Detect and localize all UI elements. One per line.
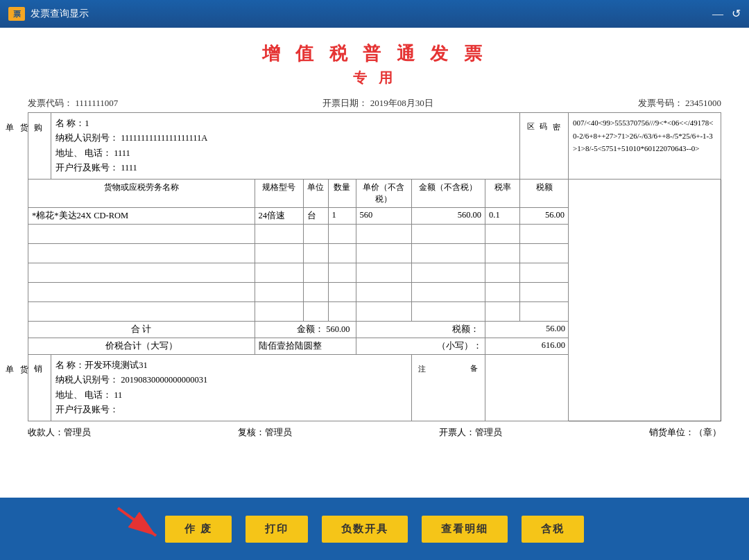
invoice-code: 发票代码： 1111111007 [28,97,118,110]
goods-row-empty-1 [28,225,721,244]
seller-info: 名 称：开发环境测试31 纳税人识别号： 2019083000000000003… [51,355,412,421]
goods-row-empty-4 [28,283,721,302]
negative-button[interactable]: 负数开具 [322,516,408,543]
arrow-hint [111,505,166,549]
goods-unit-1: 台 [303,208,328,225]
seller-bank: 开户行及账号： [55,403,407,417]
col-qty: 数量 [328,180,356,208]
price-tax-small-label: （小写）： [356,338,485,355]
col-spec: 规格型号 [255,180,303,208]
notes-label: 备注 [411,355,485,421]
col-goods-name: 货物或应税劳务名称 [28,180,255,208]
footer-seller: 销货单位：（章） [649,427,721,439]
goods-price-1: 560 [356,208,411,225]
buyer-taxid: 纳税人识别号： 11111111111111111111A [55,131,515,146]
title-bar-left: 票 发票查询显示 [8,7,89,21]
buyer-bank: 开户行及账号： 1111 [55,161,515,175]
footer-payee: 收款人：管理员 [28,427,91,439]
notes-content [485,355,569,421]
goods-amount-1: 560.00 [411,208,485,225]
arrow-icon [111,505,166,546]
summary-amount-label: 金额： [297,324,324,334]
buyer-address: 地址、 电话： 1111 [55,146,515,161]
invoice-icon: 票 [8,7,25,21]
price-tax-label: 价税合计（大写） [28,338,255,355]
invoice-title-main: 增 值 税 普 通 发 票 [28,42,721,66]
goods-row-1: *棉花*美达24X CD-ROM 24倍速 台 1 560 560.00 0.1… [28,208,721,225]
invoice-meta: 发票代码： 1111111007 开票日期： 2019年08月30日 发票号码：… [28,97,721,110]
print-button[interactable]: 打印 [246,516,308,543]
seller-row: 销货单位 名 称：开发环境测试31 纳税人识别号： 20190830000000… [28,355,721,421]
secret-code: 007/<40<99>555370756///9<*<06<</49178<0-… [569,113,721,180]
invoice-number: 发票号码： 23451000 [638,97,721,110]
goods-name-1: *棉花*美达24X CD-ROM [28,208,255,225]
void-button[interactable]: 作 废 [165,516,232,543]
invoice-title-sub: 专 用 [28,69,721,87]
col-price: 单价（不含税） [356,180,411,208]
tax-button[interactable]: 含税 [522,516,584,543]
buyer-name: 名 称：1 [55,116,515,131]
summary-tax-label: 税额： [452,324,479,334]
title-bar-controls: — ↺ [712,8,741,19]
goods-row-empty-5 [28,302,721,322]
summary-tax: 56.00 [546,324,565,333]
col-tax: 税额 [520,180,569,208]
col-amount: 金额（不含税） [411,180,485,208]
summary-amount: 560.00 [326,324,350,334]
title-bar-title: 发票查询显示 [31,8,89,20]
detail-button[interactable]: 查看明细 [422,516,508,543]
goods-qty-1: 1 [328,208,356,225]
invoice-date: 开票日期： 2019年08月30日 [322,97,433,110]
secret-label: 密码区 [520,113,569,180]
buyer-side-label: 购货单位 [28,113,51,180]
main-content: 增 值 税 普 通 发 票 专 用 发票代码： 1111111007 开票日期：… [0,28,749,560]
seller-name: 名 称：开发环境测试31 [55,358,407,373]
footer-reviewer: 复核：管理员 [238,427,292,439]
minimize-button[interactable]: — [712,8,723,19]
buyer-info: 名 称：1 纳税人识别号： 11111111111111111111A 地址、 … [51,113,520,180]
seller-side-label: 销货单位 [28,355,51,421]
column-headers-row: 货物或应税劳务名称 规格型号 单位 数量 单价（不含税） 金额（不含税） 税率 … [28,180,721,208]
bottom-bar: 作 废 打印 负数开具 查看明细 含税 [0,498,749,560]
summary-label: 合 计 [28,322,255,338]
invoice-table: 购货单位 名 称：1 纳税人识别号： 11111111111111111111A… [28,112,721,421]
seller-address: 地址、 电话： 11 [55,388,407,403]
price-tax-small: 616.00 [485,338,569,355]
svg-line-1 [118,508,156,536]
col-unit: 单位 [303,180,328,208]
price-tax-big: 陆佰壹拾陆圆整 [255,338,356,355]
close-button[interactable]: ↺ [732,8,741,19]
goods-spec-1: 24倍速 [255,208,303,225]
invoice-footer: 收款人：管理员 复核：管理员 开票人：管理员 销货单位：（章） [28,427,721,439]
footer-drawer: 开票人：管理员 [439,427,502,439]
title-bar: 票 发票查询显示 — ↺ [0,0,749,28]
buyer-row: 购货单位 名 称：1 纳税人识别号： 11111111111111111111A… [28,113,721,180]
goods-row-empty-2 [28,244,721,263]
price-tax-row: 价税合计（大写） 陆佰壹拾陆圆整 （小写）： 616.00 [28,338,721,355]
goods-row-empty-3 [28,263,721,283]
invoice-area: 增 值 税 普 通 发 票 专 用 发票代码： 1111111007 开票日期：… [0,28,749,498]
goods-tax-rate-1: 0.1 [485,208,520,225]
col-tax-rate: 税率 [485,180,520,208]
seller-taxid: 纳税人识别号： 20190830000000000031 [55,373,407,387]
goods-tax-1: 56.00 [520,208,569,225]
summary-row: 合 计 金额： 560.00 税额： 56.00 [28,322,721,338]
